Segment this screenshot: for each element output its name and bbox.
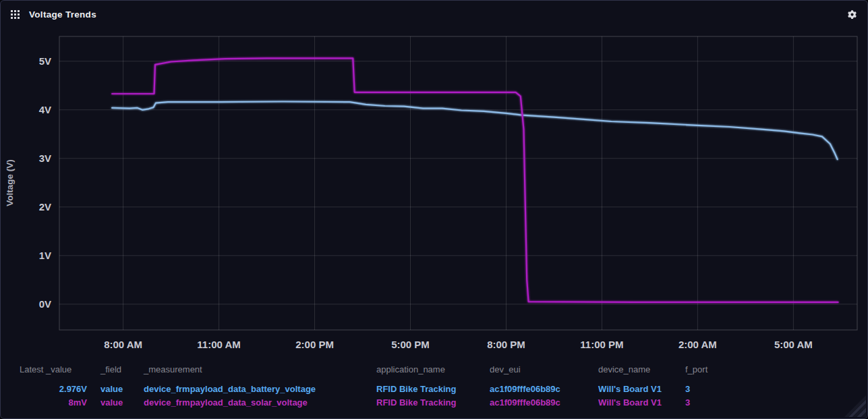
drag-handle-icon[interactable]: [10, 9, 20, 20]
legend-cell-f-port: 3: [685, 396, 719, 410]
svg-text:8:00 AM: 8:00 AM: [104, 339, 142, 350]
legend-cell-application-name: RFID Bike Tracking: [376, 383, 480, 396]
svg-text:8:00 PM: 8:00 PM: [487, 339, 525, 350]
svg-text:3V: 3V: [39, 152, 51, 164]
svg-text:2V: 2V: [39, 201, 51, 213]
legend-cell-dev-eui: ac1f09fffe06b89c: [490, 383, 588, 396]
legend-cell-measurement: device_frmpayload_data_solar_voltage: [144, 396, 366, 410]
legend-cell-measurement: device_frmpayload_data_battery_voltage: [144, 383, 366, 396]
svg-text:2:00 AM: 2:00 AM: [678, 339, 717, 350]
legend-cell-field: value: [100, 396, 132, 410]
legend-cell-latest-value: 8mV: [20, 396, 87, 410]
svg-text:2:00 PM: 2:00 PM: [295, 339, 334, 350]
legend-header-latest-value: Latest _value: [20, 363, 87, 376]
panel-title: Voltage Trends: [29, 9, 96, 20]
legend-header-row: Latest _value _field _measurement applic…: [20, 363, 867, 376]
legend-cell-application-name: RFID Bike Tracking: [376, 396, 480, 410]
legend-cell-f-port: 3: [685, 383, 719, 396]
svg-text:5:00 AM: 5:00 AM: [774, 339, 813, 350]
legend-header-device-name: device_name: [598, 363, 675, 376]
legend-row-battery-voltage[interactable]: 2.976V value device_frmpayload_data_batt…: [20, 383, 867, 396]
gear-icon[interactable]: [846, 9, 858, 20]
legend-cell-field: value: [100, 383, 132, 396]
svg-text:1V: 1V: [39, 250, 51, 261]
svg-text:11:00 AM: 11:00 AM: [197, 339, 240, 350]
legend-cell-device-name: Will's Board V1: [598, 396, 675, 410]
svg-text:5V: 5V: [39, 55, 51, 67]
legend-header-dev-eui: dev_eui: [490, 363, 588, 376]
legend-header-measurement: _measurement: [144, 363, 366, 376]
legend-cell-device-name: Will's Board V1: [598, 383, 675, 396]
legend-table: Latest _value _field _measurement applic…: [1, 363, 867, 410]
svg-text:5:00 PM: 5:00 PM: [391, 339, 430, 350]
legend-header-application-name: application_name: [376, 363, 480, 376]
svg-text:0V: 0V: [39, 298, 51, 310]
legend-header-f-port: f_port: [685, 363, 719, 376]
svg-text:11:00 PM: 11:00 PM: [580, 339, 623, 350]
panel-header: Voltage Trends: [1, 1, 867, 28]
svg-text:Voltage (V): Voltage (V): [5, 159, 15, 206]
svg-text:4V: 4V: [39, 104, 51, 115]
voltage-trends-panel: Voltage Trends 0V1V2V3V4V5V8:00 AM11:00 …: [0, 0, 868, 419]
voltage-chart[interactable]: 0V1V2V3V4V5V8:00 AM11:00 AM2:00 PM5:00 P…: [1, 1, 868, 419]
legend-cell-latest-value: 2.976V: [20, 383, 87, 396]
legend-cell-dev-eui: ac1f09fffe06b89c: [490, 396, 588, 410]
legend-header-field: _field: [100, 363, 132, 376]
legend-row-solar-voltage[interactable]: 8mV value device_frmpayload_data_solar_v…: [20, 396, 867, 410]
